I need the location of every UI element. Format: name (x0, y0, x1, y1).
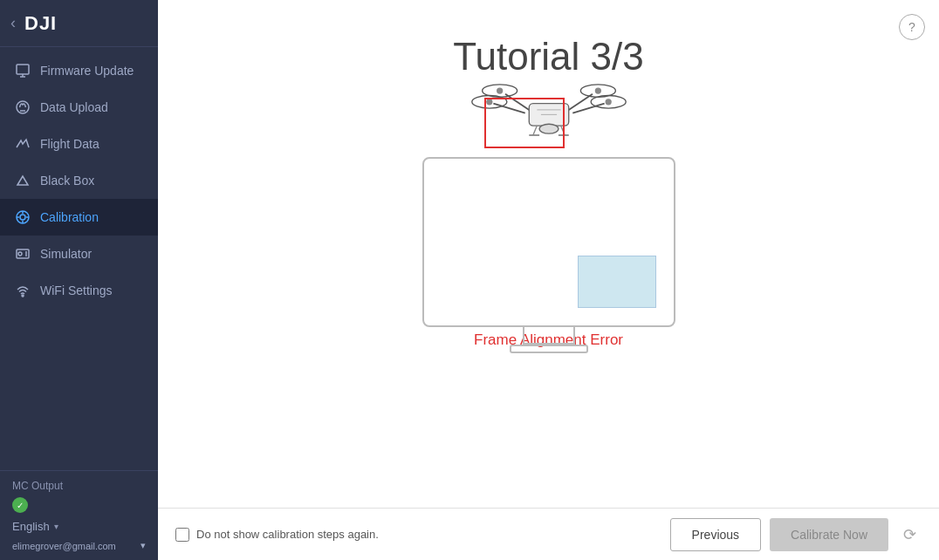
language-selector[interactable]: English ▾ (12, 513, 146, 536)
sidebar-item-wifi-settings[interactable]: WiFi Settings (0, 272, 158, 309)
firmware-update-icon (14, 62, 31, 79)
sidebar-item-label-data-upload: Data Upload (40, 100, 108, 114)
black-box-icon (14, 172, 31, 189)
tutorial-title: Tutorial 3/3 (453, 35, 643, 79)
user-dropdown-icon[interactable]: ▾ (141, 540, 146, 551)
simulator-icon (14, 245, 31, 263)
mc-status (12, 497, 146, 513)
drone-image (462, 79, 636, 174)
help-button[interactable]: ? (899, 14, 925, 40)
calibration-icon (14, 208, 31, 226)
sidebar-item-label-flight-data: Flight Data (40, 137, 99, 151)
sidebar-item-calibration[interactable]: Calibration (0, 199, 158, 236)
blue-overlay-box (578, 256, 656, 308)
sidebar-footer: MC Output English ▾ elimegrover@gmail.co… (0, 470, 158, 560)
no-show-checkbox[interactable] (175, 528, 189, 542)
sidebar-item-label-firmware: Firmware Update (40, 64, 134, 78)
chevron-down-icon: ▾ (54, 522, 58, 531)
calibrate-now-button[interactable]: Calibrate Now (770, 518, 888, 551)
svg-point-25 (486, 99, 492, 105)
svg-rect-0 (17, 65, 29, 74)
monitor-illustration (414, 105, 684, 305)
svg-point-3 (17, 101, 29, 113)
mc-output-label: MC Output (12, 480, 146, 492)
svg-line-34 (560, 126, 565, 135)
footer-bar: Do not show calibration steps again. Pre… (158, 508, 939, 560)
monitor-stand (523, 327, 575, 345)
svg-point-6 (20, 215, 25, 220)
svg-line-33 (532, 126, 537, 135)
svg-point-27 (497, 87, 503, 93)
loading-spinner-icon: ⟳ (897, 522, 922, 547)
checkbox-area: Do not show calibration steps again. (175, 528, 661, 542)
sidebar-item-label-wifi: WiFi Settings (40, 283, 112, 297)
mc-status-dot (12, 497, 28, 513)
sidebar-item-firmware-update[interactable]: Firmware Update (0, 52, 158, 89)
sidebar-item-simulator[interactable]: Simulator (0, 236, 158, 272)
sidebar-item-label-calibration: Calibration (40, 210, 99, 224)
nav-items: Firmware Update Data Upload Flight Data (0, 47, 158, 470)
svg-point-16 (22, 295, 24, 297)
flight-data-icon (14, 135, 31, 153)
sidebar-item-black-box[interactable]: Black Box (0, 162, 158, 199)
sidebar-item-label-black-box: Black Box (40, 174, 94, 188)
svg-point-30 (539, 124, 559, 133)
wifi-settings-icon (14, 282, 31, 299)
sidebar-item-label-simulator: Simulator (40, 247, 92, 261)
language-label: English (12, 520, 50, 533)
no-show-label: Do not show calibration steps again. (196, 528, 379, 541)
previous-button[interactable]: Previous (670, 518, 761, 551)
main-content-area: ? Tutorial 3/3 (158, 0, 939, 560)
dji-logo: DJI (24, 12, 57, 35)
svg-point-28 (594, 87, 600, 93)
sidebar-item-flight-data[interactable]: Flight Data (0, 126, 158, 162)
tutorial-content: Tutorial 3/3 (158, 0, 939, 508)
back-button[interactable]: ‹ (10, 14, 16, 32)
footer-buttons: Previous Calibrate Now ⟳ (670, 518, 922, 551)
monitor-screen (422, 157, 675, 327)
sidebar-header: ‹ DJI (0, 0, 158, 47)
email-text: elimegrover@gmail.com (12, 541, 116, 551)
svg-point-26 (605, 99, 611, 105)
monitor-base (510, 345, 588, 353)
data-upload-icon (14, 99, 31, 116)
svg-point-12 (18, 252, 22, 256)
drone-svg (462, 79, 636, 148)
sidebar: ‹ DJI Firmware Update Data Uploa (0, 0, 158, 560)
sidebar-item-data-upload[interactable]: Data Upload (0, 89, 158, 126)
user-email: elimegrover@gmail.com ▾ (12, 536, 146, 551)
